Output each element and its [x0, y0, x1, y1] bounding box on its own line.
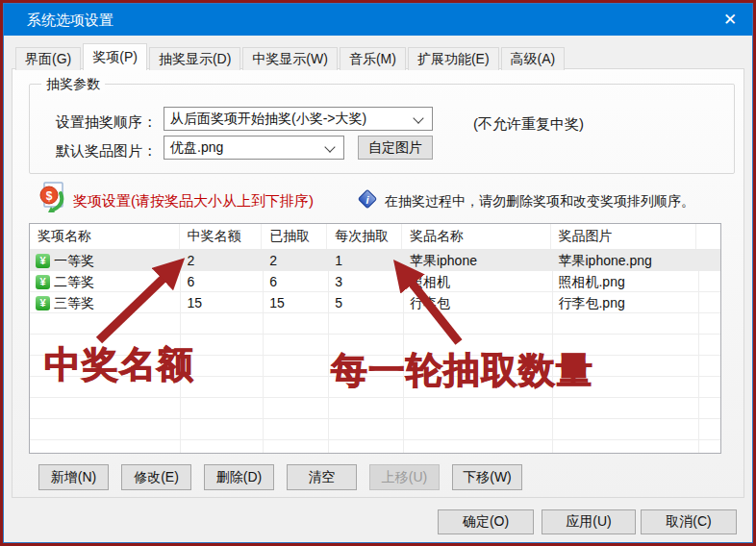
close-button[interactable]: ✕: [708, 4, 752, 36]
titlebar: 系统选项设置 ✕: [4, 4, 752, 36]
default-image-value: 优盘.png: [170, 139, 223, 155]
tab-prizes[interactable]: 奖项(P): [83, 43, 147, 70]
prize-image: 行李包.png: [550, 292, 696, 313]
window-title: 系统选项设置: [27, 4, 113, 36]
table-row-first-prize[interactable]: ¥ 一等奖 2 2 1 苹果iphone 苹果iphone.png: [30, 250, 720, 271]
default-image-label: 默认奖品图片：: [56, 142, 157, 161]
cancel-button[interactable]: 取消(C): [641, 509, 737, 534]
yen-icon: ¥: [36, 296, 50, 310]
delete-button[interactable]: 删除(D): [204, 464, 274, 490]
header-drawn[interactable]: 已抽取: [262, 224, 327, 249]
prize-item: 苹果iphone: [402, 250, 551, 271]
chevron-down-icon: [324, 141, 335, 152]
prize-name: 二等奖: [54, 271, 94, 292]
ok-button[interactable]: 确定(O): [438, 509, 534, 534]
prize-name: 一等奖: [54, 250, 94, 271]
prize-item: 照相机: [402, 271, 551, 292]
tab-win-display[interactable]: 中奖显示(W): [242, 47, 338, 70]
screenshot-frame: 系统选项设置 ✕ 界面(G) 奖项(P) 抽奖显示(D) 中奖显示(W) 音乐(…: [0, 0, 756, 546]
header-prize-name[interactable]: 奖项名称: [30, 224, 180, 249]
yen-icon: ¥: [36, 275, 50, 289]
clear-button[interactable]: 清空: [287, 464, 357, 490]
default-image-select[interactable]: 优盘.png: [164, 136, 344, 160]
tab-draw-display[interactable]: 抽奖显示(D): [149, 47, 240, 70]
group-title: 抽奖参数: [41, 76, 105, 93]
chevron-down-icon: [413, 112, 423, 123]
table-row-second-prize[interactable]: ¥ 二等奖 6 6 3 照相机 照相机.png: [30, 271, 720, 292]
draw-process-warning: 在抽奖过程中，请勿删除奖项和改变奖项排列顺序。: [385, 188, 694, 213]
prize-drawn: 6: [262, 271, 327, 292]
prize-image: 照相机.png: [550, 271, 696, 292]
add-button[interactable]: 新增(N): [38, 464, 109, 490]
header-item-image[interactable]: 奖品图片: [551, 224, 697, 249]
no-repeat-note: (不允许重复中奖): [473, 115, 584, 134]
prize-item: 行李包: [402, 292, 551, 313]
tab-interface[interactable]: 界面(G): [15, 47, 81, 70]
move-down-button[interactable]: 下移(W): [452, 464, 522, 490]
prize-per-draw: 1: [327, 250, 402, 271]
header-spacer: [696, 224, 720, 249]
prize-quota: 2: [180, 250, 263, 271]
header-item-name[interactable]: 奖品名称: [402, 224, 551, 249]
per-round-annotation: 每一轮抽取数量: [331, 346, 593, 395]
prize-table-header: 奖项名称 中奖名额 已抽取 每次抽取 奖品名称 奖品图片: [30, 224, 720, 250]
prize-image: 苹果iphone.png: [550, 250, 696, 271]
prize-table[interactable]: 奖项名称 中奖名额 已抽取 每次抽取 奖品名称 奖品图片 ¥ 一等奖: [29, 223, 721, 454]
draw-order-value: 从后面奖项开始抽奖(小奖->大奖): [170, 111, 366, 126]
prize-settings-icon: $: [38, 182, 65, 213]
quota-annotation: 中奖名额: [44, 340, 194, 389]
header-per-draw[interactable]: 每次抽取: [327, 224, 402, 249]
prize-settings-title: 奖项设置(请按奖品大小从上到下排序): [73, 188, 314, 213]
draw-order-select[interactable]: 从后面奖项开始抽奖(小奖->大奖): [164, 107, 433, 131]
draw-order-label: 设置抽奖顺序：: [56, 113, 157, 132]
prize-drawn: 2: [262, 250, 327, 271]
edit-button[interactable]: 修改(E): [121, 464, 191, 490]
svg-text:$: $: [46, 189, 53, 203]
close-icon: ✕: [723, 10, 737, 30]
prize-name: 三等奖: [54, 292, 94, 313]
tab-music[interactable]: 音乐(M): [340, 47, 406, 70]
prize-quota: 6: [180, 271, 263, 292]
tab-advanced[interactable]: 高级(A): [501, 47, 566, 70]
move-up-button: 上移(U): [369, 464, 440, 490]
apply-button[interactable]: 应用(U): [542, 509, 636, 534]
header-quota[interactable]: 中奖名额: [180, 224, 263, 249]
yen-icon: ¥: [36, 254, 50, 268]
prize-per-draw: 5: [327, 292, 402, 313]
system-options-dialog: 系统选项设置 ✕ 界面(G) 奖项(P) 抽奖显示(D) 中奖显示(W) 音乐(…: [3, 3, 753, 543]
prize-drawn: 15: [262, 292, 327, 313]
custom-image-button[interactable]: 自定图片: [358, 136, 433, 160]
table-row-third-prize[interactable]: ¥ 三等奖 15 15 5 行李包 行李包.png: [30, 292, 720, 313]
info-diamond-icon: i: [357, 188, 378, 210]
tab-bar: 界面(G) 奖项(P) 抽奖显示(D) 中奖显示(W) 音乐(M) 扩展功能(E…: [15, 43, 567, 70]
prize-per-draw: 3: [327, 271, 402, 292]
prize-quota: 15: [180, 292, 263, 313]
tab-extensions[interactable]: 扩展功能(E): [408, 47, 499, 70]
